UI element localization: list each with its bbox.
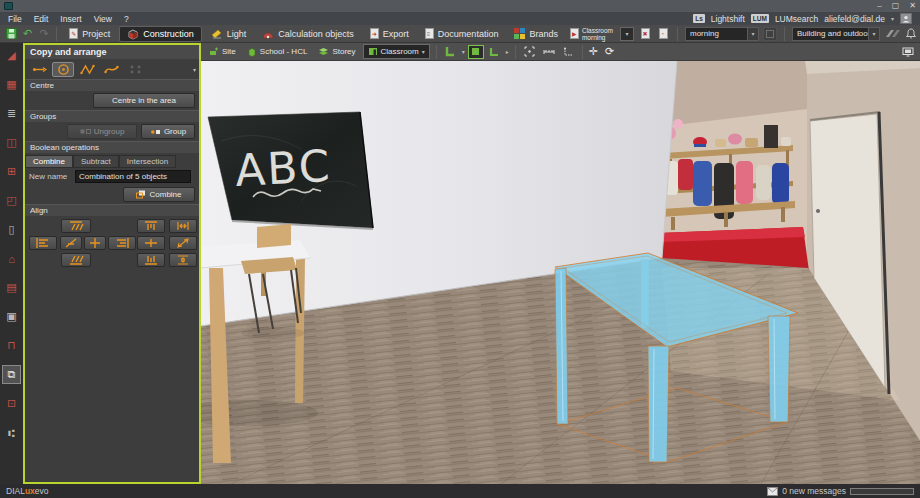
menu-insert[interactable]: Insert	[60, 14, 81, 24]
align-right-button[interactable]	[108, 236, 136, 250]
maximize-button[interactable]: ▢	[892, 0, 900, 12]
discard-calculation-button[interactable]: ✖	[638, 27, 652, 41]
redo-button[interactable]: ↷	[37, 27, 51, 41]
column-tool-icon[interactable]: ▯	[2, 220, 21, 239]
start-calculation-button[interactable]: ◔	[656, 27, 670, 41]
mode-row-caret-icon[interactable]: ▾	[193, 66, 196, 73]
lumsearch-link[interactable]: LUMsearch	[775, 14, 818, 24]
polyline-copy-mode-icon[interactable]	[76, 62, 98, 77]
furniture-tool-icon[interactable]: ⊓	[2, 336, 21, 355]
construction-icon	[127, 28, 139, 40]
door-tool-icon[interactable]: ◫	[2, 133, 21, 152]
minimize-button[interactable]: –	[877, 0, 881, 12]
display-settings-button[interactable]	[900, 45, 916, 59]
undo-button[interactable]: ↶	[20, 27, 34, 41]
room-select[interactable]: Classroom ▾	[363, 44, 430, 59]
new-name-input[interactable]	[75, 170, 191, 183]
align-left-button[interactable]	[29, 236, 57, 250]
measure-icon	[543, 47, 555, 57]
menu-help[interactable]: ?	[124, 14, 129, 24]
roof-tool-icon[interactable]: ◢	[2, 46, 21, 65]
storey-tool-icon[interactable]: ≣	[2, 104, 21, 123]
centre-horizontal-button[interactable]	[84, 236, 106, 250]
terrain-tool-icon[interactable]: ▦	[2, 75, 21, 94]
notifications-bell-icon[interactable]	[906, 28, 916, 39]
edit-scene-icon	[766, 30, 774, 38]
lightshift-link[interactable]: Lightshift	[711, 14, 745, 24]
viewport-3d[interactable]: ABC	[201, 61, 920, 484]
site-button[interactable]: Site	[205, 44, 240, 59]
align-rotate-bottom-button[interactable]	[61, 253, 91, 267]
boolean-tab-subtract[interactable]: Subtract	[73, 155, 119, 168]
user-icon	[902, 15, 910, 23]
messages-status[interactable]: 0 new messages	[782, 486, 846, 496]
view-3d-button[interactable]	[468, 45, 484, 59]
tab-project[interactable]: ✎ Project	[62, 26, 117, 42]
active-scene-button[interactable]: ▶ Classroom morning	[567, 26, 616, 42]
tab-documentation[interactable]: ≡ Documentation	[418, 26, 506, 42]
centre-vertical-button[interactable]	[137, 236, 165, 250]
slab-tool-icon[interactable]: ▣	[2, 307, 21, 326]
copy-arrange-tool-icon[interactable]: ⧉	[2, 365, 21, 384]
account-caret-icon[interactable]: ▾	[891, 15, 894, 22]
rotate-view-icon[interactable]: ⟳	[605, 45, 614, 58]
light-scene-edit-button[interactable]	[763, 27, 777, 41]
group-button[interactable]: Group	[141, 124, 195, 139]
line-copy-mode-icon[interactable]	[28, 62, 50, 77]
chalkboard-text: ABC	[234, 140, 333, 196]
tab-export[interactable]: ➜ Export	[363, 26, 416, 42]
tab-brands[interactable]: Brands	[507, 26, 565, 42]
planning-mode-select[interactable]: Building and outdoor pla... ▾	[792, 27, 880, 41]
views-expand-icon[interactable]: ▸	[506, 48, 509, 55]
site-icon	[209, 47, 219, 57]
account-email[interactable]: aliefeld@dial.de	[824, 14, 885, 24]
window-tool-icon[interactable]: ⊞	[2, 162, 21, 181]
close-button[interactable]: ✕	[909, 0, 916, 12]
planning-mode-caret-icon[interactable]: ▾	[868, 28, 879, 40]
chalkboard[interactable]: ABC	[208, 112, 373, 229]
distribute-vertical-button[interactable]	[169, 253, 197, 267]
origin-button[interactable]	[560, 45, 576, 59]
cutout-tool-icon[interactable]: ◰	[2, 191, 21, 210]
room-caret-icon: ▾	[422, 48, 425, 55]
light-scene-caret-icon[interactable]: ▾	[747, 28, 758, 40]
matrix-copy-mode-icon[interactable]	[124, 62, 146, 77]
tab-construction[interactable]: Construction	[119, 26, 202, 42]
floor-plan-view-button[interactable]	[443, 45, 459, 59]
curve-copy-mode-icon[interactable]	[100, 62, 122, 77]
building-button[interactable]: School - HCL	[243, 44, 312, 59]
combine-button[interactable]: Combine	[123, 187, 195, 202]
menu-file[interactable]: File	[8, 14, 22, 24]
view-side-button[interactable]	[487, 45, 503, 59]
view-caret-icon[interactable]: ▾	[462, 48, 465, 55]
align-top-button[interactable]	[137, 219, 165, 233]
menu-edit[interactable]: Edit	[34, 14, 49, 24]
avatar[interactable]	[900, 13, 912, 24]
measure-button[interactable]	[541, 45, 557, 59]
roof-construction-tool-icon[interactable]: ⌂	[2, 249, 21, 268]
helpline-tool-icon[interactable]: ⑆	[2, 423, 21, 442]
pan-view-icon[interactable]: ✛	[589, 45, 598, 58]
boolean-tab-intersection[interactable]: Intersection	[119, 155, 176, 168]
distribute-horizontal-button[interactable]	[169, 219, 197, 233]
assessment-zone-tool-icon[interactable]: ⊡	[2, 394, 21, 413]
ceiling-tool-icon[interactable]: ▤	[2, 278, 21, 297]
status-bar: DIALuxevo 0 new messages	[0, 484, 920, 498]
menu-view[interactable]: View	[94, 14, 112, 24]
align-bottom-button[interactable]	[137, 253, 165, 267]
light-scene-select[interactable]: morning ▾	[685, 27, 759, 41]
centre-in-area-button[interactable]: Centre in the area	[93, 93, 195, 108]
circle-copy-mode-icon[interactable]	[52, 62, 74, 77]
boolean-tab-combine[interactable]: Combine	[25, 155, 73, 168]
distribute-rotation-button[interactable]	[169, 236, 197, 250]
save-button[interactable]	[4, 27, 18, 41]
zoom-fit-button[interactable]	[522, 45, 538, 59]
storey-button[interactable]: Storey	[314, 44, 359, 59]
tab-light[interactable]: Light	[204, 26, 254, 42]
ungroup-button[interactable]: Ungroup	[67, 124, 137, 139]
tab-calculation-objects[interactable]: Calculation objects	[255, 26, 361, 42]
align-rotate-top-button[interactable]	[61, 219, 91, 233]
scene-dropdown-button[interactable]: ▾	[620, 27, 634, 41]
title-bar: – ▢ ✕	[0, 0, 920, 12]
align-rotate-left-button[interactable]	[60, 236, 82, 250]
